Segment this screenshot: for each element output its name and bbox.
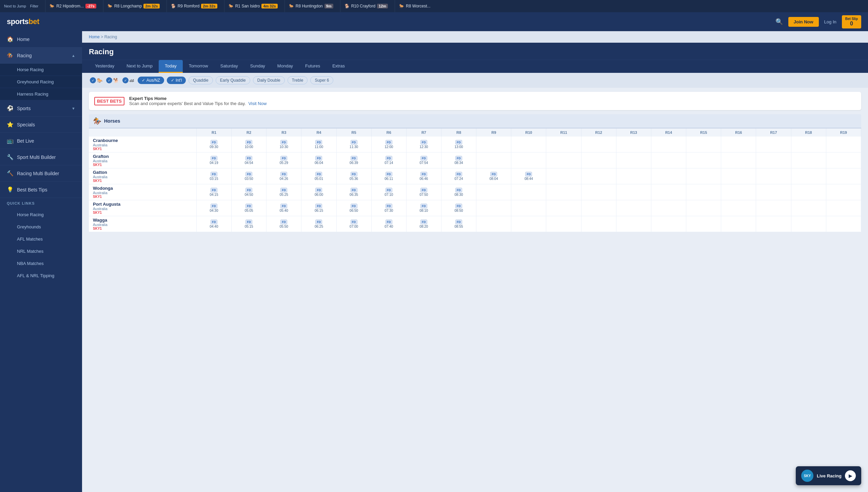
race-cell-inner[interactable]: FD 11:00 — [303, 140, 335, 149]
quick-link-nrl-matches[interactable]: NRL Matches — [0, 245, 82, 258]
race-cell-inner[interactable]: FD 06:25 — [303, 220, 335, 228]
race-cell-1-r7[interactable]: FD 07:54 — [406, 152, 441, 168]
race-cell-1-r6[interactable]: FD 07:14 — [371, 152, 406, 168]
race-cell-1-r12[interactable] — [581, 152, 616, 168]
tab-monday[interactable]: Monday — [271, 60, 299, 73]
tab-futures[interactable]: Futures — [299, 60, 326, 73]
race-cell-0-r4[interactable]: FD 11:00 — [301, 137, 336, 152]
race-cell-4-r1[interactable]: FD 04:30 — [196, 200, 231, 216]
race-cell-1-r4[interactable]: FD 06:04 — [301, 152, 336, 168]
race-item-7[interactable]: 🐎 R8 Worcest... — [395, 0, 434, 12]
race-cell-5-r9[interactable] — [476, 216, 511, 232]
race-cell-1-r1[interactable]: FD 04:19 — [196, 152, 231, 168]
race-cell-0-r18[interactable] — [791, 137, 826, 152]
race-cell-3-r15[interactable] — [686, 184, 721, 200]
race-item-6[interactable]: 🐕 R10 Crayford 12m — [340, 0, 392, 12]
race-cell-inner[interactable]: FD 07:00 — [338, 220, 370, 228]
race-cell-4-r8[interactable]: FD 08:50 — [441, 200, 476, 216]
race-cell-5-r3[interactable]: FD 05:50 — [267, 216, 301, 232]
sidebar-sub-greyhound-racing[interactable]: Greyhound Racing — [0, 76, 82, 88]
race-cell-4-r2[interactable]: FD 05:05 — [232, 200, 267, 216]
race-cell-1-r19[interactable] — [826, 152, 861, 168]
race-cell-3-r5[interactable]: FD 06:35 — [336, 184, 371, 200]
race-cell-4-r9[interactable] — [476, 200, 511, 216]
race-cell-5-r10[interactable] — [511, 216, 546, 232]
race-cell-0-r11[interactable] — [546, 137, 581, 152]
race-cell-inner[interactable]: FD 05:50 — [268, 220, 300, 228]
race-cell-3-r11[interactable] — [546, 184, 581, 200]
race-cell-inner[interactable]: FD 05:01 — [303, 172, 335, 181]
race-cell-5-r12[interactable] — [581, 216, 616, 232]
race-cell-4-r7[interactable]: FD 08:10 — [406, 200, 441, 216]
race-cell-inner[interactable]: FD 06:50 — [338, 204, 370, 212]
race-cell-3-r16[interactable] — [721, 184, 756, 200]
race-cell-inner[interactable]: FD 04:50 — [233, 188, 265, 197]
race-cell-3-r3[interactable]: FD 05:25 — [267, 184, 301, 200]
race-item-4[interactable]: 🐎 R1 San Isidro 4m 32s — [224, 0, 282, 12]
race-cell-5-r5[interactable]: FD 07:00 — [336, 216, 371, 232]
race-cell-3-r14[interactable] — [651, 184, 686, 200]
race-cell-inner[interactable]: FD 04:54 — [233, 156, 265, 165]
sidebar-item-racingmulti[interactable]: 🔨 Racing Multi Builder — [0, 165, 82, 182]
race-cell-inner[interactable]: FD 08:04 — [478, 172, 510, 181]
race-cell-inner[interactable]: FD 06:11 — [373, 172, 405, 181]
race-cell-2-r11[interactable] — [546, 168, 581, 184]
race-cell-1-r11[interactable] — [546, 152, 581, 168]
race-cell-0-r3[interactable]: FD 10:30 — [267, 137, 301, 152]
race-cell-0-r1[interactable]: FD 09:30 — [196, 137, 231, 152]
race-cell-2-r10[interactable]: FD 08:44 — [511, 168, 546, 184]
race-cell-3-r13[interactable] — [616, 184, 651, 200]
harness-filter-btn[interactable]: ✓ 🏎 — [121, 76, 135, 84]
race-cell-inner[interactable]: FD 04:15 — [198, 188, 230, 197]
race-cell-2-r19[interactable] — [826, 168, 861, 184]
race-cell-inner[interactable]: FD 05:05 — [233, 204, 265, 212]
early-quaddie-filter[interactable]: Early Quaddie — [216, 76, 250, 84]
race-cell-2-r6[interactable]: FD 06:11 — [371, 168, 406, 184]
quick-link-horse-racing[interactable]: Horse Racing — [0, 209, 82, 221]
race-cell-5-r16[interactable] — [721, 216, 756, 232]
race-cell-4-r12[interactable] — [581, 200, 616, 216]
dog-filter-btn[interactable]: ✓ 🐕 — [105, 76, 120, 84]
login-button[interactable]: Log In — [824, 19, 836, 24]
race-cell-0-r19[interactable] — [826, 137, 861, 152]
race-cell-3-r19[interactable] — [826, 184, 861, 200]
race-cell-4-r4[interactable]: FD 06:15 — [301, 200, 336, 216]
filter-label[interactable]: Filter — [30, 4, 38, 8]
race-cell-3-r17[interactable] — [756, 184, 791, 200]
race-cell-3-r12[interactable] — [581, 184, 616, 200]
daily-double-filter[interactable]: Daily Double — [253, 76, 285, 84]
tab-today[interactable]: Today — [159, 60, 183, 73]
sidebar-item-racing[interactable]: 🏇 Racing ▲ — [0, 47, 82, 64]
race-cell-0-r6[interactable]: FD 12:00 — [371, 137, 406, 152]
race-cell-inner[interactable]: FD 07:50 — [408, 188, 440, 197]
horse-filter-btn[interactable]: ✓ 🐎 — [89, 76, 104, 84]
race-cell-5-r6[interactable]: FD 07:40 — [371, 216, 406, 232]
race-cell-2-r2[interactable]: FD 03:50 — [232, 168, 267, 184]
quaddie-filter[interactable]: Quaddie — [189, 76, 213, 84]
race-cell-inner[interactable]: FD 04:40 — [198, 220, 230, 228]
race-cell-2-r5[interactable]: FD 05:36 — [336, 168, 371, 184]
race-cell-inner[interactable]: FD 05:40 — [268, 204, 300, 212]
race-cell-inner[interactable]: FD 05:15 — [233, 220, 265, 228]
join-now-button[interactable]: Join Now — [788, 17, 819, 27]
race-cell-2-r4[interactable]: FD 05:01 — [301, 168, 336, 184]
race-cell-inner[interactable]: FD 11:30 — [338, 140, 370, 149]
race-cell-1-r10[interactable] — [511, 152, 546, 168]
race-cell-inner[interactable]: FD 06:46 — [408, 172, 440, 181]
race-cell-3-r1[interactable]: FD 04:15 — [196, 184, 231, 200]
race-cell-0-r9[interactable] — [476, 137, 511, 152]
treble-filter[interactable]: Treble — [288, 76, 308, 84]
race-cell-inner[interactable]: FD 08:50 — [443, 204, 475, 212]
race-cell-5-r19[interactable] — [826, 216, 861, 232]
quick-link-afl-nrl-tipping[interactable]: AFL & NRL Tipping — [0, 270, 82, 282]
race-cell-2-r1[interactable]: FD 03:15 — [196, 168, 231, 184]
race-cell-1-r8[interactable]: FD 08:34 — [441, 152, 476, 168]
race-item-1[interactable]: 🐎 R2 Hipodrom... -27s — [45, 0, 100, 12]
race-cell-inner[interactable]: FD 08:10 — [408, 204, 440, 212]
sidebar-item-sportmulti[interactable]: 🔧 Sport Multi Builder — [0, 149, 82, 165]
race-cell-inner[interactable]: FD 07:54 — [408, 156, 440, 165]
quick-link-nba-matches[interactable]: NBA Matches — [0, 258, 82, 270]
site-logo[interactable]: sportsbet — [7, 17, 39, 26]
race-cell-0-r2[interactable]: FD 10:00 — [232, 137, 267, 152]
race-cell-2-r16[interactable] — [721, 168, 756, 184]
